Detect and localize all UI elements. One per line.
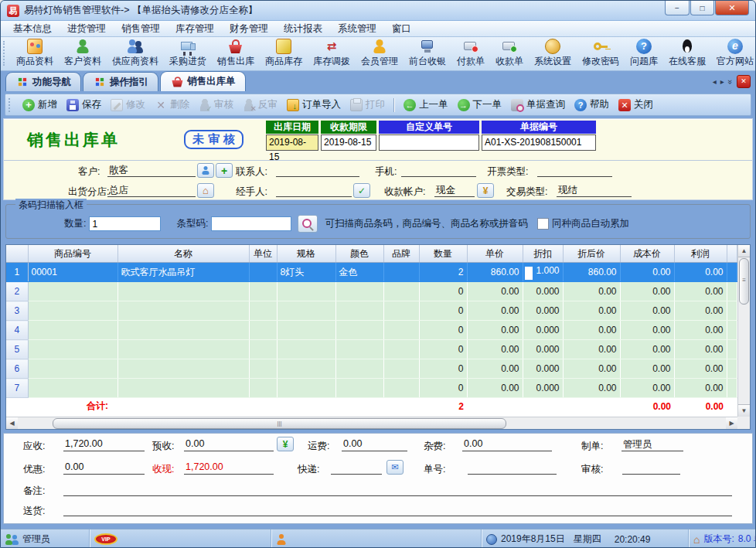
remark-value[interactable] (63, 483, 732, 496)
toolbar-customer[interactable]: 客户资料 (59, 37, 107, 70)
barcode-search-button[interactable] (298, 215, 318, 233)
cell-name[interactable] (117, 301, 249, 321)
payment-deadline-value[interactable]: 2019-08-15 (321, 134, 376, 151)
tracking-value[interactable] (468, 461, 557, 475)
cell-name[interactable] (117, 379, 249, 398)
form-btn-add[interactable]: 新增 (18, 98, 62, 111)
toolbar-purchase-truck[interactable]: 采购进货 (164, 37, 212, 70)
cell-brand[interactable] (383, 379, 419, 398)
column-header-8[interactable]: 折扣 (523, 245, 563, 263)
cash-received-value[interactable]: 1,720.00 (184, 461, 274, 475)
cell-qty[interactable]: 0 (419, 359, 467, 379)
cell-disc_price[interactable]: 0.00 (563, 379, 620, 398)
cell-code[interactable] (28, 301, 117, 321)
cell-price[interactable]: 0.00 (467, 379, 523, 398)
cell-cost[interactable]: 0.00 (620, 359, 674, 379)
form-btn-next-doc[interactable]: 下一单 (453, 98, 507, 111)
toolbar-grip[interactable] (3, 41, 9, 66)
cell-cost[interactable]: 0.00 (620, 379, 674, 398)
vertical-scrollbar[interactable]: ▲ ≡ ▼ (737, 245, 750, 417)
custom-number-value[interactable] (379, 134, 479, 151)
column-header-4[interactable]: 颜色 (335, 245, 383, 263)
form-btn-order-import[interactable]: 订单导入 (282, 98, 346, 111)
maximize-button[interactable]: □ (690, 1, 714, 15)
cell-disc_price[interactable]: 860.00 (563, 263, 620, 282)
column-header-2[interactable]: 单位 (249, 245, 277, 263)
menu-item-4[interactable]: 财务管理 (222, 22, 276, 36)
customer-field[interactable]: 散客 (107, 164, 196, 177)
cell-price[interactable]: 0.00 (467, 282, 523, 301)
cell-discount[interactable]: 0.000 (523, 359, 563, 379)
cell-cost[interactable]: 0.00 (620, 282, 674, 301)
cell-name[interactable] (117, 340, 249, 359)
cell-color[interactable] (335, 359, 383, 379)
row-number[interactable]: 2 (6, 282, 28, 301)
column-header-3[interactable]: 规格 (277, 245, 335, 263)
tab-scroll-right-icon[interactable]: ▸ (720, 77, 724, 86)
toolbar-transfer-arrows[interactable]: 库存调拨 (308, 37, 356, 70)
cell-profit[interactable]: 0.00 (674, 340, 727, 359)
column-header-9[interactable]: 折后价 (563, 245, 620, 263)
prepaid-pick-button[interactable]: ¥ (277, 437, 294, 451)
column-header-6[interactable]: 数量 (419, 245, 467, 263)
cell-discount[interactable]: 0.000 (523, 379, 563, 398)
cell-code[interactable] (28, 379, 117, 398)
tab-close-button[interactable]: ✕ (737, 75, 751, 88)
express-value[interactable] (331, 461, 382, 475)
cell-name[interactable] (117, 282, 249, 301)
cell-color[interactable]: 金色 (335, 263, 383, 282)
cell-cost[interactable]: 0.00 (620, 301, 674, 321)
tab-overflow-icon[interactable]: » (726, 79, 735, 83)
cell-unit[interactable] (249, 263, 277, 282)
toolbar-supplier[interactable]: 供应商资料 (107, 37, 164, 70)
cell-spec[interactable] (277, 282, 335, 301)
doc-number-value[interactable]: A01-XS-201908150001 (482, 134, 596, 151)
auto-accumulate-checkbox[interactable] (537, 218, 549, 230)
cell-qty[interactable]: 0 (419, 301, 467, 321)
cell-disc_price[interactable]: 0.00 (563, 340, 620, 359)
cell-discount[interactable]: 0.000 (523, 340, 563, 359)
form-btn-close-doc[interactable]: 关闭 (614, 98, 658, 111)
cell-unit[interactable] (249, 282, 277, 301)
trade-type-field[interactable]: 现结 (557, 184, 632, 197)
title-bar[interactable]: 易 易特灯饰销售管理软件-> 【单据抬头请修改分店全称】 (1, 1, 755, 21)
cell-unit[interactable] (249, 301, 277, 321)
column-header-10[interactable]: 成本价 (620, 245, 674, 263)
menu-item-2[interactable]: 销售管理 (114, 22, 168, 36)
express-pick-button[interactable]: ✉ (387, 460, 404, 475)
cell-unit[interactable] (249, 321, 277, 340)
cell-price[interactable]: 0.00 (467, 340, 523, 359)
cell-qty[interactable]: 2 (419, 263, 467, 282)
row-number[interactable]: 7 (6, 379, 28, 398)
row-number[interactable]: 6 (6, 359, 28, 379)
cell-color[interactable] (335, 321, 383, 340)
cell-disc_price[interactable]: 0.00 (563, 301, 620, 321)
row-number[interactable]: 5 (6, 340, 28, 359)
tab-1[interactable]: 操作指引 (83, 72, 158, 91)
receivable-value[interactable]: 1,720.00 (63, 438, 145, 451)
form-btn-doc-query[interactable]: 单据查询 (506, 98, 570, 111)
cell-discount[interactable]: 0.000 (523, 282, 563, 301)
menu-item-0[interactable]: 基本信息 (5, 22, 60, 36)
cell-price[interactable]: 0.00 (467, 301, 523, 321)
freight-value[interactable]: 0.00 (342, 438, 407, 451)
toolbar-receipt-card[interactable]: 收款单 (490, 37, 529, 70)
cell-discount[interactable]: 1.000 (523, 263, 563, 282)
cell-profit[interactable]: 0.00 (674, 301, 727, 321)
horizontal-scroll-thumb[interactable]: ||| (53, 418, 506, 429)
cell-code[interactable] (28, 321, 117, 340)
cell-qty[interactable]: 0 (419, 321, 467, 340)
cell-cost[interactable]: 0.00 (620, 263, 674, 282)
cell-unit[interactable] (249, 359, 277, 379)
cell-qty[interactable]: 0 (419, 282, 467, 301)
customer-picker-button[interactable] (197, 163, 214, 178)
cell-qty[interactable]: 0 (419, 340, 467, 359)
menu-item-5[interactable]: 统计报表 (276, 22, 330, 36)
cell-name[interactable] (117, 359, 249, 379)
tab-0[interactable]: 功能导航 (5, 72, 81, 91)
cell-spec[interactable] (277, 379, 335, 398)
toolbar-question-lib[interactable]: 问题库 (625, 37, 663, 70)
column-header-0[interactable]: 商品编号 (28, 245, 117, 263)
cell-profit[interactable]: 0.00 (674, 263, 727, 282)
toolbar-stock-box[interactable]: 商品库存 (260, 37, 308, 70)
